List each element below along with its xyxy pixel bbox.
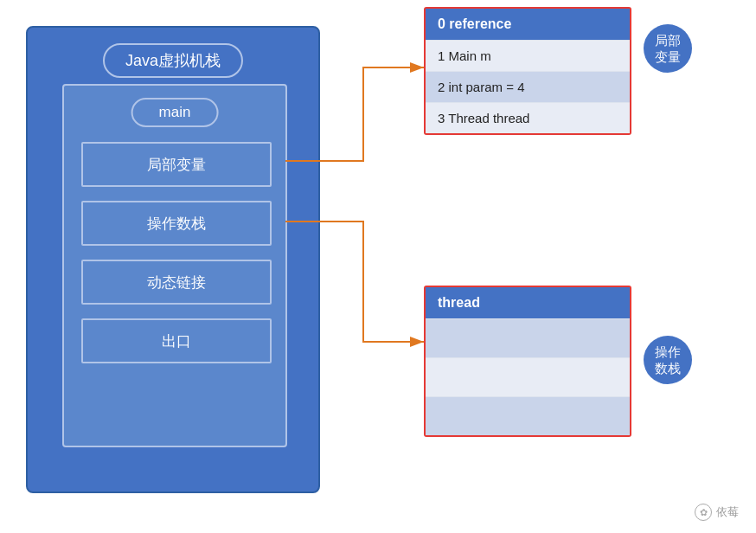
jvm-title: Java虚拟机栈 (103, 43, 243, 78)
jvm-stack: Java虚拟机栈 main 局部变量 操作数栈 动态链接 出口 (26, 26, 320, 493)
watermark-icon: ✿ (695, 504, 712, 521)
frame-item-local-vars: 局部变量 (81, 142, 272, 187)
ref-table-row-3: 3 Thread thread (426, 103, 630, 133)
op-table-row-3 (426, 397, 630, 435)
op-table-row-1 (426, 319, 630, 358)
diagram-container: Java虚拟机栈 main 局部变量 操作数栈 动态链接 出口 0 refere… (0, 0, 756, 533)
jubu-label: 局部变量 (644, 24, 692, 73)
main-frame: main 局部变量 操作数栈 动态链接 出口 (62, 84, 287, 447)
ref-table: 0 reference 1 Main m 2 int param = 4 3 T… (424, 7, 631, 135)
frame-item-exit: 出口 (81, 318, 272, 363)
watermark-text: 依莓 (716, 504, 739, 520)
frame-item-dynamic-link: 动态链接 (81, 260, 272, 305)
op-table: thread (424, 286, 631, 437)
op-table-row-2 (426, 358, 630, 397)
main-label: main (131, 98, 219, 127)
op-table-header: thread (426, 287, 630, 319)
ref-table-row-2: 2 int param = 4 (426, 72, 630, 103)
watermark: ✿ 依莓 (695, 504, 739, 521)
caozuo-label: 操作数栈 (644, 336, 692, 384)
ref-table-header: 0 reference (426, 9, 630, 41)
frame-item-op-stack: 操作数栈 (81, 201, 272, 246)
ref-table-row-1: 1 Main m (426, 41, 630, 72)
